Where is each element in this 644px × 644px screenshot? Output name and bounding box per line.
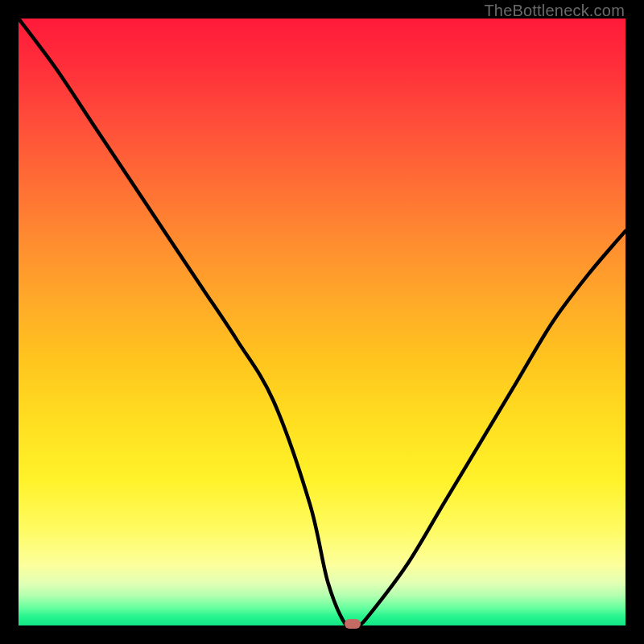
optimal-marker	[345, 619, 361, 629]
plot-area	[19, 19, 625, 625]
chart-frame: TheBottleneck.com	[0, 0, 644, 644]
watermark-text: TheBottleneck.com	[484, 2, 625, 20]
bottleneck-curve	[19, 19, 625, 625]
